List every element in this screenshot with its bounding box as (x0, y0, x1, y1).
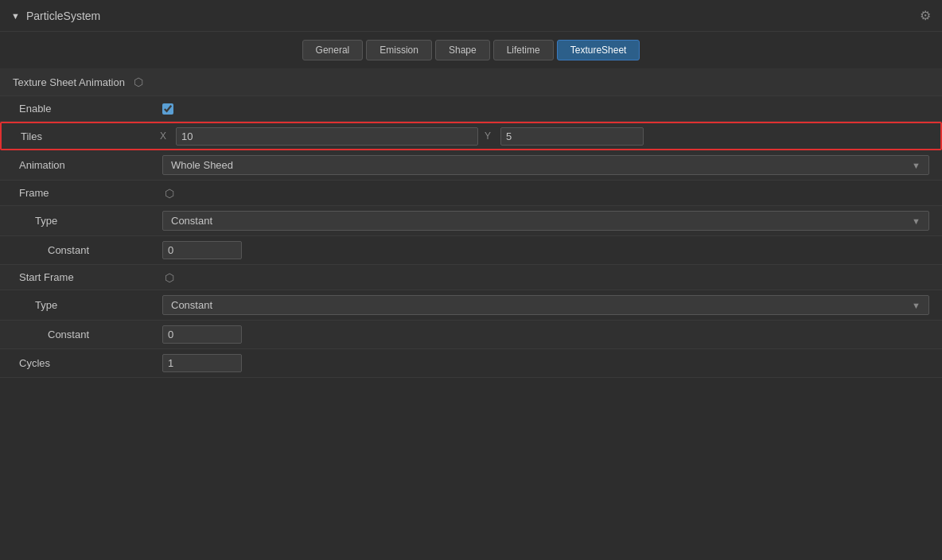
frame-constant-value (162, 241, 929, 259)
frame-label: Frame (19, 187, 162, 199)
animation-dropdown[interactable]: Whole Sheed ▼ (162, 155, 929, 175)
start-frame-constant-input[interactable] (162, 325, 242, 344)
start-frame-constant-label: Constant (19, 329, 162, 340)
animation-row: Animation Whole Sheed ▼ (0, 150, 942, 181)
tiles-inputs: X Y (160, 127, 936, 146)
frame-type-value: Constant ▼ (162, 211, 929, 231)
tab-shape[interactable]: Shape (435, 40, 490, 60)
frame-type-dropdown-text: Constant (171, 215, 212, 227)
cycles-label: Cycles (19, 357, 162, 369)
start-frame-type-label: Type (19, 299, 162, 311)
cycles-value (162, 354, 929, 372)
animation-dropdown-arrow: ▼ (912, 161, 921, 170)
enable-value (162, 103, 929, 115)
frame-type-dropdown[interactable]: Constant ▼ (162, 211, 929, 231)
frame-type-row: Type Constant ▼ (0, 206, 942, 236)
start-frame-value: ⬡ (162, 270, 929, 285)
tabs-row: General Emission Shape Lifetime TextureS… (0, 32, 942, 68)
section-hex-icon: ⬡ (131, 75, 146, 89)
start-frame-row: Start Frame ⬡ (0, 265, 942, 290)
tiles-row: Tiles X Y (0, 122, 942, 150)
animation-dropdown-text: Whole Sheed (171, 159, 233, 171)
enable-checkbox[interactable] (162, 103, 173, 115)
enable-label: Enable (19, 103, 162, 115)
start-frame-hex-icon: ⬡ (162, 270, 177, 285)
start-frame-type-dropdown-text: Constant (171, 299, 212, 311)
tiles-y-label: Y (485, 130, 491, 142)
animation-label: Animation (19, 159, 162, 171)
frame-value: ⬡ (162, 186, 929, 200)
start-frame-constant-value (162, 325, 929, 344)
gear-icon[interactable]: ⚙ (920, 8, 931, 23)
section-title: Texture Sheet Animation (13, 76, 125, 88)
frame-type-label: Type (19, 215, 162, 227)
section-label: Texture Sheet Animation ⬡ (0, 68, 942, 96)
panel-title-row: ▼ ParticleSystem (11, 10, 100, 22)
frame-type-dropdown-arrow: ▼ (912, 216, 921, 226)
enable-row: Enable (0, 96, 942, 122)
start-frame-type-row: Type Constant ▼ (0, 290, 942, 321)
tiles-label: Tiles (21, 130, 160, 142)
start-frame-label: Start Frame (19, 271, 162, 283)
tiles-x-label: X (160, 130, 166, 142)
tab-emission[interactable]: Emission (366, 40, 432, 60)
start-frame-type-dropdown[interactable]: Constant ▼ (162, 295, 929, 315)
properties-area: Enable Tiles X Y Animation Whole Sheed ▼ (0, 96, 942, 378)
frame-hex-icon: ⬡ (162, 186, 177, 200)
tab-lifetime[interactable]: Lifetime (493, 40, 554, 60)
collapse-arrow-icon[interactable]: ▼ (11, 11, 20, 21)
cycles-input[interactable] (162, 354, 242, 372)
tab-general[interactable]: General (302, 40, 364, 60)
animation-value: Whole Sheed ▼ (162, 155, 929, 175)
panel-header: ▼ ParticleSystem ⚙ (0, 0, 942, 32)
start-frame-type-dropdown-arrow: ▼ (912, 301, 921, 310)
tiles-x-input[interactable] (176, 127, 478, 146)
cycles-row: Cycles (0, 349, 942, 378)
start-frame-type-value: Constant ▼ (162, 295, 929, 315)
panel-title: ParticleSystem (26, 10, 100, 22)
frame-constant-label: Constant (19, 244, 162, 256)
frame-constant-input[interactable] (162, 241, 242, 259)
particle-system-panel: ▼ ParticleSystem ⚙ General Emission Shap… (0, 0, 942, 560)
tab-texturesheet[interactable]: TextureSheet (557, 40, 640, 60)
start-frame-constant-row: Constant (0, 321, 942, 349)
frame-constant-row: Constant (0, 236, 942, 265)
frame-row: Frame ⬡ (0, 181, 942, 206)
tiles-y-input[interactable] (500, 127, 644, 146)
